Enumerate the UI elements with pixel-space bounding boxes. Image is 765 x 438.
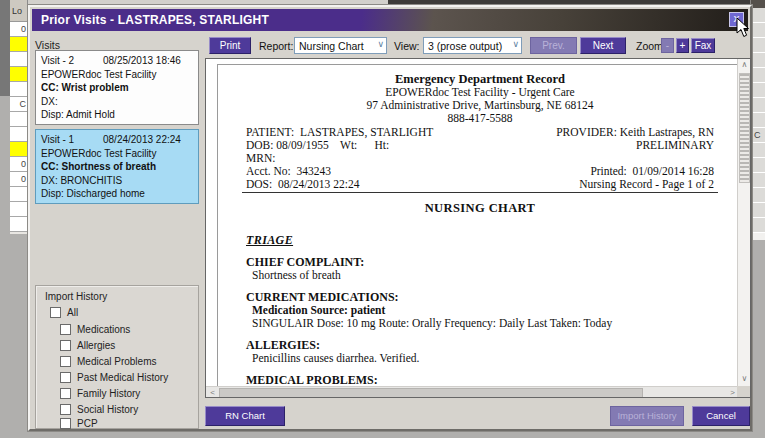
bg-grid-cell: 0: [10, 157, 27, 172]
bg-grid-cell: [10, 217, 27, 232]
fax-button[interactable]: Fax: [691, 38, 715, 53]
checkbox-row-all[interactable]: All: [50, 306, 78, 319]
dialog-title: Prior Visits - LASTRAPES, STARLIGHT: [32, 9, 748, 27]
doc-triage-heading: TRIAGE: [246, 234, 714, 247]
visit-card-1-selected[interactable]: Visit - 1 08/24/2013 22:24 EPOWERdoc Tes…: [35, 129, 199, 204]
checkbox-label: Past Medical History: [77, 372, 168, 383]
visit-diagnosis: DX: BRONCHITIS: [41, 174, 198, 188]
bg-grid-cell: [10, 82, 27, 97]
horizontal-scrollbar-thumb[interactable]: [219, 388, 643, 398]
checkbox-row-pcp[interactable]: PCP: [60, 417, 98, 430]
checkbox-icon[interactable]: [60, 418, 71, 429]
rn-chart-addendum-button[interactable]: RN Chart Addendum: [205, 406, 285, 426]
doc-phone: 888-417-5588: [246, 112, 714, 125]
checkbox-icon[interactable]: [60, 324, 71, 335]
bg-grid-cell: [753, 203, 765, 218]
visit-chief-complaint: CC: Shortness of breath: [41, 160, 198, 174]
checkbox-icon[interactable]: [60, 356, 71, 367]
mouse-cursor-icon: [736, 17, 750, 38]
scroll-left-icon[interactable]: <: [206, 387, 219, 398]
section-bold-line: Medication Source: patient: [246, 304, 714, 317]
visit-disposition: Disp: Admit Hold: [41, 108, 198, 122]
scroll-up-icon[interactable]: ∧: [738, 59, 751, 72]
horizontal-scrollbar[interactable]: < >: [206, 386, 739, 398]
dialog-titlebar[interactable]: Prior Visits - LASTRAPES, STARLIGHT X: [32, 9, 748, 31]
background-grid-column-left: Lo 0 C 0 0: [10, 0, 28, 234]
bg-grid-cell: [753, 188, 765, 203]
cancel-button[interactable]: Cancel: [692, 406, 750, 426]
import-history-title: Import History: [45, 291, 107, 302]
doc-chart-title: NURSING CHART: [246, 202, 714, 215]
checkbox-label: All: [67, 307, 78, 318]
document-page: Emergency Department Record EPOWERdoc Te…: [217, 64, 739, 398]
scroll-down-icon[interactable]: ∨: [738, 373, 751, 386]
doc-dob: DOB: 08/09/1955 Wt: Ht:: [246, 139, 389, 152]
report-select[interactable]: Nursing Chart ∨: [294, 37, 387, 54]
doc-status: PRELIMINARY: [636, 139, 714, 152]
zoom-out-button[interactable]: -: [661, 38, 674, 53]
zoom-label: Zoom: [636, 40, 663, 52]
doc-section-chief-complaint: CHIEF COMPLAINT: Shortness of breath: [246, 256, 714, 282]
checkbox-row-medical-problems[interactable]: Medical Problems: [60, 355, 156, 368]
import-history-button[interactable]: Import History: [610, 406, 684, 426]
view-select[interactable]: 3 (prose output) ∨: [423, 37, 522, 54]
checkbox-row-social-history[interactable]: Social History: [60, 403, 138, 416]
bg-grid-cell: [753, 38, 765, 53]
background-column-header: Lo: [10, 0, 27, 22]
doc-page-info: Nursing Record - Page 1 of 2: [579, 178, 714, 191]
doc-account-number: Acct. No: 343243: [246, 165, 331, 178]
bg-grid-cell: [10, 112, 27, 127]
checkbox-icon[interactable]: [60, 404, 71, 415]
visit-datetime: 08/25/2013 18:46: [103, 54, 181, 68]
visit-datetime: 08/24/2013 22:24: [103, 133, 181, 147]
visit-card-2[interactable]: Visit - 2 08/25/2013 18:46 EPOWERdoc Tes…: [35, 50, 199, 125]
checkbox-icon[interactable]: [60, 388, 71, 399]
checkbox-label: Medical Problems: [77, 356, 156, 367]
doc-title: Emergency Department Record: [246, 73, 714, 86]
bg-grid-cell: [753, 8, 765, 23]
checkbox-row-family-history[interactable]: Family History: [60, 387, 140, 400]
checkbox-row-medications[interactable]: Medications: [60, 323, 130, 336]
checkbox-icon[interactable]: [60, 340, 71, 351]
section-text: Shortness of breath: [246, 269, 714, 282]
visit-facility: EPOWERdoc Test Facility: [41, 147, 198, 161]
bg-grid-cell: [10, 187, 27, 202]
next-page-button[interactable]: Next Page: [580, 37, 626, 54]
bg-grid-cell: [753, 83, 765, 98]
bg-grid-cell: [753, 218, 765, 233]
divider: [242, 192, 718, 193]
vertical-scrollbar-thumb[interactable]: [739, 73, 750, 183]
section-heading: CHIEF COMPLAINT:: [246, 256, 714, 269]
screen: Lo 0 C 0 0 C Prior Visits - LAS: [0, 0, 765, 438]
print-button[interactable]: Print: [209, 37, 251, 54]
doc-patient: PATIENT: LASTRAPES, STARLIGHT: [246, 126, 433, 139]
checkbox-icon[interactable]: [50, 307, 61, 318]
bg-grid-cell: C: [10, 97, 27, 112]
checkbox-icon[interactable]: [60, 372, 71, 383]
section-heading: CURRENT MEDICATIONS:: [246, 291, 714, 304]
doc-section-current-medications: CURRENT MEDICATIONS: Medication Source: …: [246, 291, 714, 330]
prev-page-button[interactable]: Prev. Page: [530, 37, 577, 54]
doc-section-allergies: ALLERGIES: Penicillins causes diarrhea. …: [246, 339, 714, 365]
vertical-scrollbar[interactable]: ∧ ∨: [737, 59, 750, 386]
section-heading: ALLERGIES:: [246, 339, 714, 352]
view-select-value: 3 (prose output): [428, 40, 502, 52]
bg-grid-cell: [753, 173, 765, 188]
doc-printed: Printed: 01/09/2014 16:28: [590, 165, 714, 178]
bg-grid-cell: [753, 68, 765, 83]
bg-grid-cell: [753, 113, 765, 128]
scrollbar-corner: [737, 386, 750, 398]
checkbox-label: Social History: [77, 404, 138, 415]
bg-grid-cell: [753, 23, 765, 38]
import-history-panel: Import History All Medications Allergies…: [35, 285, 199, 429]
zoom-in-button[interactable]: +: [676, 38, 689, 53]
visit-number: Visit - 2: [41, 54, 103, 68]
checkbox-row-allergies[interactable]: Allergies: [60, 339, 115, 352]
checkbox-label: PCP: [77, 418, 98, 429]
bg-grid-cell: C: [753, 128, 765, 143]
visit-diagnosis: DX:: [41, 95, 198, 109]
visit-disposition: Disp: Discharged home: [41, 187, 198, 201]
checkbox-row-past-medical-history[interactable]: Past Medical History: [60, 371, 168, 384]
bg-grid-cell: [10, 142, 27, 157]
bg-grid-cell: [753, 143, 765, 158]
